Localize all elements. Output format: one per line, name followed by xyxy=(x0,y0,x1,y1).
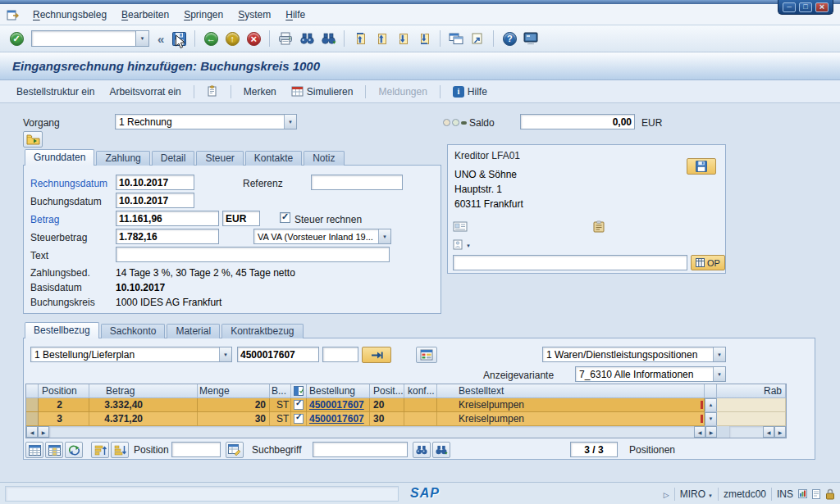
menu-system[interactable]: System xyxy=(231,7,278,23)
table-row-1[interactable]: 2 3.332,40 20 ST 4500017607 20 Kreiselpu… xyxy=(26,398,786,412)
rechnungsdatum-field[interactable] xyxy=(116,175,194,190)
cell-konf[interactable] xyxy=(404,412,437,426)
tab-zahlung[interactable]: Zahlung xyxy=(96,151,149,166)
steuer-rechnen-checkbox[interactable] xyxy=(280,212,290,223)
kreditor-save-button[interactable] xyxy=(687,158,716,175)
anzeigevariante-select[interactable]: 7_6310 Alle Informationen xyxy=(575,366,726,382)
tab-detail[interactable]: Detail xyxy=(152,151,195,166)
layout-menu-button[interactable] xyxy=(521,29,541,48)
system-menu-icon[interactable] xyxy=(7,9,19,20)
address-detail-button[interactable] xyxy=(453,220,468,232)
cell-position[interactable]: 2 xyxy=(39,398,89,412)
menu-hilfe[interactable]: Hilfe xyxy=(278,7,313,23)
status-transaction[interactable]: MIRO xyxy=(680,488,713,500)
col-konf[interactable]: konf... xyxy=(404,384,437,398)
toolbar-collapse-icon[interactable] xyxy=(158,32,164,46)
merken-button[interactable]: Merken xyxy=(237,83,283,101)
cell-rab[interactable] xyxy=(717,412,786,426)
hscroll-track-2[interactable] xyxy=(729,426,763,438)
sort-ascending-button[interactable] xyxy=(91,442,109,458)
tab-grunddaten[interactable]: Grunddaten xyxy=(25,149,94,166)
cell-einheit[interactable]: ST xyxy=(270,398,291,412)
col-position[interactable]: Position xyxy=(39,384,89,398)
cell-menge[interactable]: 30 xyxy=(198,412,270,426)
maximize-button[interactable] xyxy=(799,2,812,12)
sort-descending-button[interactable] xyxy=(111,442,129,458)
meldungen-button[interactable]: Meldungen xyxy=(372,83,433,101)
row-selector[interactable] xyxy=(26,412,39,426)
op-button[interactable]: OP xyxy=(691,255,725,270)
kreditor-search-field[interactable] xyxy=(453,255,687,270)
last-page-button[interactable] xyxy=(414,29,434,48)
cell-posit[interactable]: 20 xyxy=(370,398,404,412)
referenzbeleg-select[interactable]: 1 Bestellung/Lieferplan xyxy=(30,347,232,362)
col-betrag[interactable]: Betrag xyxy=(89,384,198,398)
transaction-dropdown-icon[interactable] xyxy=(708,488,713,500)
betrag-field[interactable] xyxy=(116,211,219,226)
command-input[interactable] xyxy=(31,30,136,47)
table-scroll-down[interactable] xyxy=(705,412,717,426)
buchungsdatum-field[interactable] xyxy=(116,193,194,208)
tab-kontakte[interactable]: Kontakte xyxy=(245,151,302,166)
hscroll-left-icon-2[interactable] xyxy=(694,426,705,438)
hscroll-left-icon-3[interactable] xyxy=(763,426,774,438)
hscroll-right-icon[interactable] xyxy=(38,426,49,438)
row-selector[interactable] xyxy=(26,398,39,412)
command-dropdown-icon[interactable] xyxy=(136,30,149,47)
clipboard-button[interactable] xyxy=(592,220,605,233)
po-link[interactable]: 4500017607 xyxy=(309,413,364,425)
previous-page-button[interactable] xyxy=(372,29,391,48)
po-link[interactable]: 4500017607 xyxy=(309,399,364,411)
find-button[interactable] xyxy=(297,29,317,48)
steuerkennzeichen-select[interactable]: VA VA (Vorsteuer Inland 19... xyxy=(253,229,391,244)
enter-button[interactable] xyxy=(7,29,26,48)
select-all-cell[interactable] xyxy=(26,384,39,398)
cell-konf[interactable] xyxy=(404,398,437,412)
cancel-button[interactable] xyxy=(244,29,263,48)
item-ok-checkbox[interactable] xyxy=(294,414,304,424)
print-button[interactable] xyxy=(276,29,295,48)
hilfe-button[interactable]: Hilfe xyxy=(446,83,494,101)
vorgang-dropdown-icon[interactable] xyxy=(284,115,296,129)
referenzbeleg-dropdown-icon[interactable] xyxy=(219,347,231,361)
refresh-button[interactable] xyxy=(65,442,83,458)
cell-einheit[interactable]: ST xyxy=(270,412,291,426)
create-shortcut-button[interactable] xyxy=(468,29,487,48)
table-scroll-up[interactable] xyxy=(705,398,717,412)
col-menge[interactable]: Menge xyxy=(198,384,270,398)
layout-grid-button[interactable] xyxy=(25,442,43,458)
suchbegriff-field[interactable] xyxy=(313,442,408,457)
col-rab[interactable]: Rab xyxy=(717,384,786,398)
po-structure-expand-button[interactable] xyxy=(23,131,43,148)
bestellnummer-field[interactable] xyxy=(237,347,319,362)
cell-position[interactable]: 3 xyxy=(39,412,89,426)
edit-position-button[interactable] xyxy=(226,442,244,458)
performance-icon[interactable] xyxy=(798,489,807,498)
exit-button[interactable] xyxy=(222,29,242,48)
tab-material[interactable]: Material xyxy=(167,324,220,338)
hscroll-right-icon-2[interactable] xyxy=(705,426,717,438)
cell-bestelltext[interactable]: Kreiselpumpen xyxy=(437,398,705,412)
cell-bestelltext[interactable]: Kreiselpumpen xyxy=(437,412,705,426)
col-einheit[interactable]: B... xyxy=(270,384,291,398)
anzeigevariante-dropdown-icon[interactable] xyxy=(713,367,725,381)
tab-bestellbezug[interactable]: Bestellbezug xyxy=(25,322,99,338)
col-bestelltext[interactable]: Bestelltext xyxy=(437,384,705,398)
tab-sachkonto[interactable]: Sachkonto xyxy=(101,324,166,338)
positionsfilter-dropdown-icon[interactable] xyxy=(713,347,725,361)
back-button[interactable] xyxy=(201,29,221,48)
tab-kontraktbezug[interactable]: Kontraktbezug xyxy=(221,324,303,338)
waehrung-field[interactable]: EUR xyxy=(222,211,260,226)
referenz-field[interactable] xyxy=(311,175,403,190)
variante-button[interactable] xyxy=(416,347,437,363)
cell-betrag[interactable]: 3.332,40 xyxy=(89,398,198,412)
simulieren-button[interactable]: Simulieren xyxy=(285,83,360,101)
session-doc-icon[interactable] xyxy=(812,489,820,499)
menu-springen[interactable]: Springen xyxy=(176,7,231,23)
col-posit[interactable]: Posit... xyxy=(370,384,404,398)
minimize-button[interactable] xyxy=(783,2,796,12)
arbeitsvorrat-button[interactable]: Arbeitsvorrat ein xyxy=(103,83,187,101)
save-button[interactable] xyxy=(169,29,189,48)
positionsfilter-select[interactable]: 1 Waren/Dienstleistungspositionen xyxy=(542,347,726,362)
partner-select-button[interactable] xyxy=(453,238,471,250)
